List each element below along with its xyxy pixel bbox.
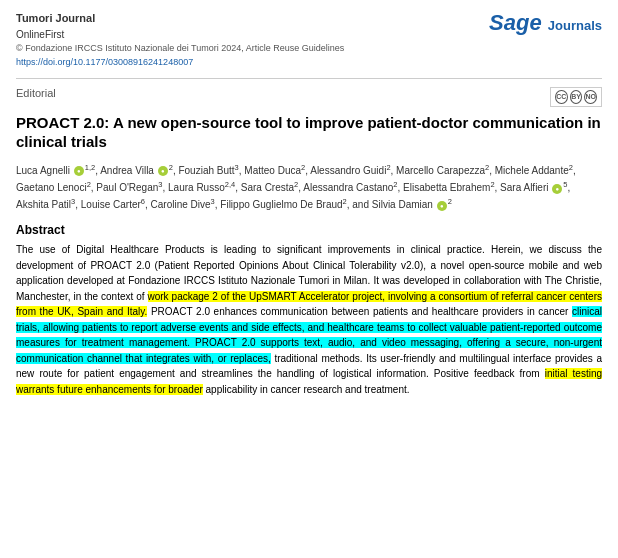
- doi-link[interactable]: https://doi.org/10.1177/0300891624124800…: [16, 57, 193, 67]
- journal-meta: Tumori Journal OnlineFirst © Fondazione …: [16, 10, 344, 70]
- sage-text: Sage: [489, 10, 542, 35]
- by-icon: BY: [570, 90, 583, 104]
- author-michele: Michele Addante: [495, 165, 569, 176]
- author-elisabetta: Elisabetta Ebrahem: [403, 182, 490, 193]
- copyright-text: © Fondazione IRCCS Istituto Nazionale de…: [16, 42, 344, 56]
- journals-text: Journals: [548, 18, 602, 33]
- aff-filippo: 2: [343, 197, 347, 206]
- author-andrea: Andrea Villa: [100, 165, 154, 176]
- author-louise: Louise Carter: [81, 199, 141, 210]
- aff-elisabetta: 2: [490, 180, 494, 189]
- aff-alessandro: 2: [386, 163, 390, 172]
- page-wrapper: Tumori Journal OnlineFirst © Fondazione …: [0, 0, 618, 413]
- highlight-work-package: work package 2 of the UpSMART Accelerato…: [16, 291, 602, 318]
- article-title: PROACT 2.0: A new open-source tool to im…: [16, 113, 602, 152]
- author-sara-c: Sara Cresta: [241, 182, 294, 193]
- sage-brand-block: Sage Journals: [489, 10, 602, 36]
- abstract-text: The use of Digital Healthcare Products i…: [16, 242, 602, 397]
- aff-luca: 1,2: [85, 163, 95, 172]
- aff-silvia: 2: [448, 197, 452, 206]
- no-icon: NO: [584, 90, 597, 104]
- editorial-label-text: Editorial: [16, 87, 56, 99]
- aff-sara-a: 5: [563, 180, 567, 189]
- aff-laura: 2,4: [225, 180, 235, 189]
- aff-marcello: 2: [485, 163, 489, 172]
- author-luca: Luca Agnelli: [16, 165, 70, 176]
- aff-matteo: 2: [301, 163, 305, 172]
- header-divider: [16, 78, 602, 79]
- author-marcello: Marcello Carapezza: [396, 165, 485, 176]
- aff-sara-c: 2: [294, 180, 298, 189]
- sage-logo: Sage Journals: [489, 10, 602, 36]
- abstract-section: Abstract The use of Digital Healthcare P…: [16, 223, 602, 397]
- author-gaetano: Gaetano Lenoci: [16, 182, 87, 193]
- author-akshita: Akshita Patil: [16, 199, 71, 210]
- orcid-icon-sara: ●: [552, 184, 562, 194]
- author-filippo: Filippo Guglielmo De Braud: [220, 199, 342, 210]
- orcid-icon-andrea: ●: [158, 166, 168, 176]
- aff-fouziah: 3: [235, 163, 239, 172]
- header: Tumori Journal OnlineFirst © Fondazione …: [16, 10, 602, 70]
- authors-block: Luca Agnelli ●1,2, Andrea Villa ●2, Fouz…: [16, 162, 602, 214]
- aff-paul: 3: [158, 180, 162, 189]
- author-matteo: Matteo Duca: [244, 165, 301, 176]
- cc-icons: CC BY NO: [555, 90, 597, 104]
- aff-andrea: 2: [169, 163, 173, 172]
- author-alessandro: Alessandro Guidi: [310, 165, 386, 176]
- aff-louise: 6: [141, 197, 145, 206]
- orcid-icon-luca: ●: [74, 166, 84, 176]
- author-sara-a: Sara Alfieri: [500, 182, 548, 193]
- online-first: OnlineFirst: [16, 27, 344, 42]
- journal-name: Tumori Journal: [16, 10, 344, 27]
- aff-michele: 2: [569, 163, 573, 172]
- author-alessandra: Alessandra Castano: [303, 182, 393, 193]
- orcid-icon-silvia: ●: [437, 201, 447, 211]
- author-laura: Laura Russo: [168, 182, 225, 193]
- author-caroline: Caroline Dive: [151, 199, 211, 210]
- editorial-row: Editorial CC BY NO: [16, 87, 602, 107]
- author-fouziah: Fouziah Butt: [178, 165, 234, 176]
- abstract-title: Abstract: [16, 223, 602, 237]
- aff-alessandra: 2: [393, 180, 397, 189]
- author-paul: Paul O'Regan: [96, 182, 158, 193]
- aff-gaetano: 2: [87, 180, 91, 189]
- highlight-initial-testing: initial testing warrants future enhancem…: [16, 368, 602, 395]
- author-silvia: Silvia Damian: [372, 199, 433, 210]
- aff-akshita: 3: [71, 197, 75, 206]
- cc-icon: CC: [555, 90, 568, 104]
- cc-badge: CC BY NO: [550, 87, 602, 107]
- aff-caroline: 3: [211, 197, 215, 206]
